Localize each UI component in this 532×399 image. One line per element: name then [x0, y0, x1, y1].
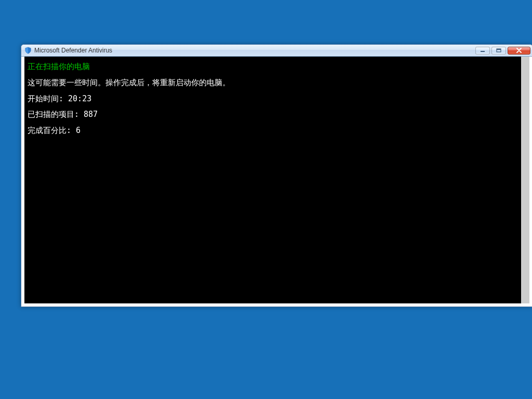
scanned-items-label: 已扫描的项目: — [28, 110, 84, 119]
start-time-label: 开始时间: — [28, 94, 68, 103]
scan-description: 这可能需要一些时间。操作完成后，将重新启动你的电脑。 — [28, 75, 518, 91]
console-output: 正在扫描你的电脑 这可能需要一些时间。操作完成后，将重新启动你的电脑。 开始时间… — [24, 57, 521, 303]
percent-line: 完成百分比: 6 — [28, 123, 518, 139]
start-time-line: 开始时间: 20:23 — [28, 91, 518, 107]
window-title: Microsoft Defender Antivirus — [34, 47, 475, 54]
percent-value: 6 — [76, 126, 81, 135]
scan-heading: 正在扫描你的电脑 — [28, 59, 518, 75]
scroll-thumb[interactable] — [521, 57, 529, 303]
svg-rect-0 — [481, 51, 485, 52]
app-window: Microsoft Defender Antivirus 正在扫 — [21, 44, 532, 307]
console-area: 正在扫描你的电脑 这可能需要一些时间。操作完成后，将重新启动你的电脑。 开始时间… — [24, 57, 529, 303]
scanned-items-value: 887 — [84, 110, 98, 119]
close-button[interactable] — [508, 47, 530, 55]
scanned-items-line: 已扫描的项目: 887 — [28, 107, 518, 123]
console-scrollbar[interactable] — [521, 57, 529, 303]
defender-shield-icon — [24, 47, 32, 54]
percent-label: 完成百分比: — [28, 126, 76, 135]
svg-rect-2 — [497, 49, 501, 50]
window-controls — [475, 47, 530, 55]
titlebar[interactable]: Microsoft Defender Antivirus — [21, 45, 532, 57]
maximize-icon — [496, 48, 501, 52]
minimize-button[interactable] — [475, 47, 490, 55]
minimize-icon — [480, 48, 485, 52]
start-time-value: 20:23 — [68, 94, 91, 103]
close-icon — [516, 48, 522, 53]
maximize-button[interactable] — [491, 47, 506, 55]
